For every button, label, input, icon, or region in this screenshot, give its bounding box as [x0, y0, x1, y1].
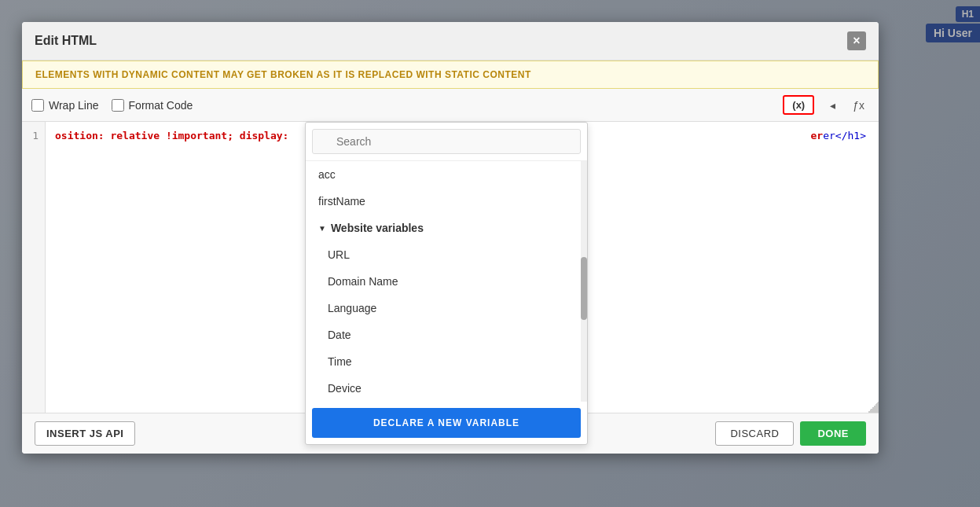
- list-item[interactable]: Time: [306, 348, 587, 375]
- editor-area: 1 osition: relative !important; display:…: [22, 122, 879, 413]
- insert-js-api-button[interactable]: INSERT JS API: [35, 421, 135, 446]
- list-item[interactable]: Domain Name: [306, 268, 587, 295]
- modal-header: Edit HTML ×: [22, 22, 879, 61]
- discard-button[interactable]: DISCARD: [715, 421, 794, 446]
- var-button[interactable]: (x): [783, 95, 814, 115]
- format-code-checkbox[interactable]: [112, 99, 124, 112]
- line-number-1: 1: [32, 130, 39, 141]
- dropdown-list: acc firstName ▼ Website variables URL Do…: [306, 161, 587, 402]
- wrap-line-checkbox[interactable]: [31, 99, 44, 112]
- search-box-wrap: 🔍: [306, 123, 587, 161]
- wrap-line-group: Wrap Line: [31, 99, 99, 112]
- format-code-group: Format Code: [112, 99, 193, 112]
- search-input[interactable]: [312, 129, 581, 154]
- fx-button[interactable]: ƒx: [848, 97, 869, 113]
- search-wrap: 🔍: [312, 129, 581, 154]
- footer-right: DISCARD DONE: [715, 421, 866, 446]
- edit-html-modal: Edit HTML × ELEMENTS WITH DYNAMIC CONTEN…: [22, 22, 879, 454]
- list-item[interactable]: URL: [306, 241, 587, 268]
- list-item[interactable]: acc: [306, 161, 587, 188]
- code-text: osition: relative !important; display:: [55, 130, 288, 141]
- variable-dropdown: 🔍 acc firstName ▼ Website variables: [305, 122, 588, 445]
- modal-close-button[interactable]: ×: [847, 31, 866, 50]
- code-suffix: erer</h1>: [811, 130, 866, 141]
- list-item[interactable]: Device: [306, 375, 587, 402]
- modal-title: Edit HTML: [35, 34, 97, 48]
- warning-banner: ELEMENTS WITH DYNAMIC CONTENT MAY GET BR…: [22, 61, 879, 89]
- scrollbar-thumb[interactable]: [581, 257, 587, 320]
- section-header-website-variables[interactable]: ▼ Website variables: [306, 215, 587, 241]
- list-item[interactable]: Language: [306, 295, 587, 321]
- list-item[interactable]: firstName: [306, 188, 587, 215]
- resize-handle[interactable]: [868, 402, 879, 413]
- wrap-line-label: Wrap Line: [49, 99, 99, 112]
- declare-variable-button[interactable]: DECLARE A NEW VARIABLE: [312, 408, 581, 438]
- section-arrow-icon: ▼: [318, 224, 326, 233]
- format-code-label: Format Code: [129, 99, 193, 112]
- list-item[interactable]: Date: [306, 321, 587, 348]
- editor-toolbar: Wrap Line Format Code (x) ◂ ƒx: [22, 89, 879, 122]
- done-button[interactable]: DONE: [800, 421, 866, 446]
- footer-left: INSERT JS API: [35, 421, 135, 446]
- scrollbar-track: [581, 161, 587, 402]
- line-numbers: 1: [22, 122, 46, 413]
